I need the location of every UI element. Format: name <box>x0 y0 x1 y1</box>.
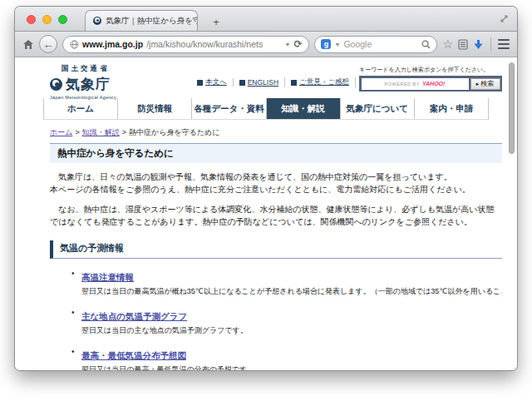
nav-item-disaster-info[interactable]: 防災情報 <box>117 98 191 119</box>
link-description: 翌日又は当日の最高・最低気温の分布の予想です。 <box>81 364 502 370</box>
tab-title: 気象庁｜熱中症から身を守... <box>106 16 198 27</box>
breadcrumb-section-link[interactable]: 知識・解説 <box>82 128 120 136</box>
search-bar[interactable]: g ▼ Google <box>314 36 437 53</box>
link-high-temp-warning[interactable]: 高温注意情報 <box>81 272 134 282</box>
section-title: 気温の予測情報 <box>50 240 502 259</box>
link-description: 翌日又は当日の最高気温が概ね35℃以上になることが予想される場合に発表します。（… <box>81 286 502 297</box>
site-header: 国土交通省 気象庁 Japan Meteorological Agency 本文… <box>15 57 517 98</box>
nav-item-guide-application[interactable]: 案内・申請 <box>414 98 489 119</box>
home-icon[interactable] <box>22 39 34 50</box>
list-item: 高温注意情報 翌日又は当日の最高気温が概ね35℃以上になることが予想される場合に… <box>71 269 502 297</box>
search-placeholder: Google <box>343 39 418 49</box>
agency-name: 気象庁 <box>66 75 111 94</box>
tab-strip: 気象庁｜熱中症から身を守... + <box>15 7 517 32</box>
agency-name-en: Japan Meteorological Agency <box>50 95 116 100</box>
list-item: 主な地点の気温予測グラフ 翌日又は当日の主な地点の気温予測グラフです。 <box>71 308 502 336</box>
jma-logo-icon <box>50 78 62 91</box>
browser-window: 気象庁｜熱中症から身を守... + ← <box>15 7 517 370</box>
nav-item-data-documents[interactable]: 各種データ・資料 <box>191 98 265 119</box>
url-domain: www.jma.go.jp <box>82 39 143 49</box>
site-search-area: キーワードを入力し検索ボタンを押下ください。 POWERED BY YAHOO!… <box>359 66 502 92</box>
nav-item-knowledge[interactable]: 知識・解説 <box>266 98 340 119</box>
yahoo-logo: YAHOO! <box>422 81 445 87</box>
new-tab-button[interactable]: + <box>208 16 224 28</box>
list-item: 最高・最低気温分布予想図 翌日又は当日の最高・最低気温の分布の予想です。 <box>71 347 502 370</box>
nav-item-about-jma[interactable]: 気象庁について <box>340 98 414 119</box>
utility-link-main-text[interactable]: 本文へ <box>191 77 233 87</box>
link-temp-forecast-graph[interactable]: 主な地点の気温予測グラフ <box>81 311 187 321</box>
downloads-icon[interactable] <box>473 39 484 50</box>
back-button[interactable]: ← <box>39 35 57 53</box>
search-engine-icon: g <box>321 39 331 49</box>
jma-logo[interactable]: 国土交通省 気象庁 Japan Meteorological Agency <box>50 64 116 100</box>
square-bullet-icon <box>239 80 245 86</box>
link-description: 翌日又は当日の主な地点の気温予測グラフです。 <box>81 325 502 336</box>
scrollbar-thumb[interactable] <box>509 62 515 154</box>
toolbar-divider <box>490 37 491 51</box>
bookmark-star-icon[interactable]: ☆ <box>442 37 453 51</box>
tab-favicon <box>93 17 101 25</box>
site-search-button[interactable]: 検索 <box>470 78 500 90</box>
menu-icon[interactable] <box>498 39 510 50</box>
window-controls <box>27 15 67 24</box>
url-dropdown-icon[interactable]: ▼ <box>284 42 290 47</box>
intro-paragraph: 気象庁は、日々の気温の観測や予報、気象情報の発表を通じて、国の熱中症対策の一翼を… <box>50 171 502 196</box>
link-max-min-temp-map[interactable]: 最高・最低気温分布予想図 <box>81 350 186 360</box>
fullscreen-icon[interactable] <box>499 13 510 24</box>
minimize-window-button[interactable] <box>42 15 52 24</box>
url-path: /jma/kishou/know/kurashi/nets <box>146 39 281 49</box>
site-search-input[interactable]: POWERED BY YAHOO! <box>362 78 469 90</box>
breadcrumb: ホーム>知識・解説>熱中症から身を守るために <box>50 127 502 138</box>
nav-item-home[interactable]: ホーム <box>43 98 117 119</box>
info-link-list: 高温注意情報 翌日又は当日の最高気温が概ね35℃以上になることが予想される場合に… <box>71 269 502 370</box>
page-content: 国土交通省 気象庁 Japan Meteorological Agency 本文… <box>15 57 517 370</box>
main-area: ホーム>知識・解説>熱中症から身を守るために 熱中症から身を守るために 気象庁は… <box>15 120 517 370</box>
ministry-name: 国土交通省 <box>62 64 116 74</box>
reload-icon[interactable]: ⟳ <box>293 38 302 50</box>
zoom-window-button[interactable] <box>58 15 67 24</box>
magnifier-icon[interactable] <box>421 40 431 49</box>
browser-tab[interactable]: 気象庁｜熱中症から身を守... <box>85 10 198 31</box>
page-title: 熱中症から身を守るために <box>50 143 502 163</box>
square-bullet-icon <box>291 80 297 86</box>
bookmarks-menu-icon[interactable] <box>458 39 468 50</box>
browser-toolbar: ← www.jma.go.jp /jma/kishou/know/kurashi… <box>15 32 517 57</box>
close-window-button[interactable] <box>27 15 36 24</box>
breadcrumb-current: 熱中症から身を守るために <box>129 128 219 136</box>
note-paragraph: なお、熱中症は、湿度やスポーツ等による体調変化、水分補給の状態、健康状態等により… <box>50 203 502 228</box>
site-search-caption: キーワードを入力し検索ボタンを押下ください。 <box>359 66 502 74</box>
url-bar[interactable]: www.jma.go.jp /jma/kishou/know/kurashi/n… <box>62 36 309 53</box>
utility-link-english[interactable]: ENGLISH <box>233 78 284 87</box>
breadcrumb-home-link[interactable]: ホーム <box>50 128 72 136</box>
square-bullet-icon <box>197 80 203 86</box>
utility-link-feedback[interactable]: ご意見・ご感想 <box>284 77 355 87</box>
search-engine-dropdown-icon[interactable]: ▼ <box>334 42 340 47</box>
powered-by-label: POWERED BY <box>385 82 420 87</box>
global-nav: ホーム 防災情報 各種データ・資料 知識・解説 気象庁について 案内・申請 <box>43 98 489 120</box>
globe-icon <box>70 40 79 49</box>
